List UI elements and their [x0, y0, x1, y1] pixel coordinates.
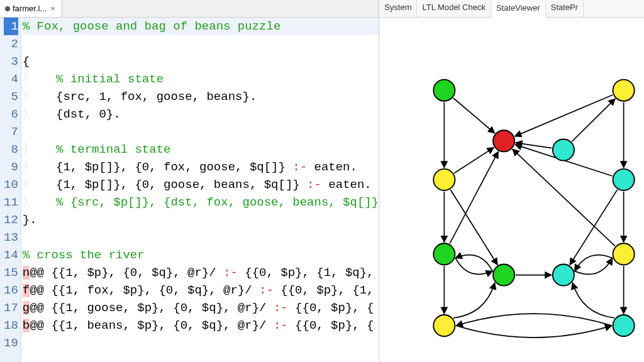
line-number: 9 — [4, 158, 18, 176]
tab-system[interactable]: System — [379, 0, 417, 17]
tab-ltl-model-check[interactable]: LTL Model Check — [417, 0, 491, 17]
graph-node[interactable] — [433, 315, 455, 336]
code-line[interactable]: f@@ {{1, fox, $p}, {0, $q}, @r}/ :- {{0,… — [23, 282, 379, 299]
tab-statepr[interactable]: StatePr — [546, 0, 584, 17]
graph-edge — [456, 326, 611, 337]
line-number: 12 — [4, 211, 18, 229]
line-number: 6 — [4, 106, 18, 123]
line-number: 4 — [4, 70, 18, 88]
graph-edge — [453, 98, 495, 133]
line-number: 17 — [4, 299, 18, 317]
graph-node[interactable] — [613, 315, 635, 336]
line-number: 5 — [4, 88, 18, 106]
right-pane: SystemLTL Model CheckStateViewerStatePr — [379, 0, 644, 362]
line-number: 15 — [4, 264, 18, 282]
code-line[interactable]: b@@ {{1, beans, $p}, {0, $q}, @r}/ :- {{… — [23, 317, 379, 334]
graph-node[interactable] — [613, 243, 635, 265]
graph-edge — [572, 99, 616, 141]
code-line[interactable]: % cross the river — [23, 246, 379, 264]
code-line[interactable]: }. — [23, 211, 379, 229]
graph-edge — [450, 151, 498, 244]
file-tab-bar: farmer.l... × — [0, 0, 379, 18]
code-line[interactable]: 〉 {dst, 0}. — [23, 106, 379, 123]
line-number: 2 — [4, 35, 18, 53]
code-line[interactable]: 〉 {1, $p[]}, {0, fox, goose, $q[]} :- ea… — [23, 158, 379, 176]
line-number: 19 — [4, 334, 18, 352]
file-tab-label: farmer.l... — [13, 4, 47, 13]
graph-edge — [570, 190, 617, 265]
graph-edge — [455, 258, 492, 275]
graph-edge — [513, 149, 615, 246]
graph-node[interactable] — [433, 80, 455, 101]
code-line[interactable]: 〉 % initial state — [23, 70, 379, 88]
line-number: 3 — [4, 53, 18, 70]
line-number: 18 — [4, 317, 18, 334]
line-number: 14 — [4, 246, 18, 264]
line-number: 16 — [4, 282, 18, 299]
code-line[interactable]: 〉 % {src, $p[]}, {dst, fox, goose, beans… — [23, 194, 379, 211]
code-line[interactable]: n@@ {{1, $p}, {0, $q}, @r}/ :- {{0, $p},… — [23, 264, 379, 282]
unsaved-dot-icon — [5, 6, 10, 11]
line-number: 11 — [4, 194, 18, 211]
graph-edge — [455, 255, 492, 272]
line-number: 13 — [4, 229, 18, 246]
graph-edge — [575, 258, 613, 275]
state-graph — [379, 18, 644, 362]
right-tab-bar: SystemLTL Model CheckStateViewerStatePr — [379, 0, 644, 18]
code-line[interactable]: 〉 % terminal state — [23, 141, 379, 158]
state-graph-viewer[interactable] — [379, 18, 644, 362]
graph-node[interactable] — [493, 130, 514, 151]
graph-node[interactable] — [553, 264, 574, 285]
line-number: 10 — [4, 176, 18, 194]
line-number: 8 — [4, 141, 18, 158]
graph-edge — [454, 148, 494, 173]
line-gutter: 12345678910111213141516171819 — [0, 18, 21, 362]
code-line[interactable] — [23, 229, 379, 246]
code-line[interactable] — [23, 123, 379, 141]
code-line[interactable]: % Fox, goose and bag of beans puzzle — [23, 18, 379, 35]
close-icon[interactable]: × — [49, 4, 57, 13]
graph-edge — [573, 283, 615, 318]
tab-stateviewer[interactable]: StateViewer — [491, 1, 546, 18]
code-area[interactable]: % Fox, goose and bag of beans puzzle {〉 … — [21, 18, 379, 362]
graph-edge — [450, 190, 497, 265]
graph-node[interactable] — [613, 169, 635, 190]
graph-node[interactable] — [433, 169, 455, 190]
editor-pane: farmer.l... × 12345678910111213141516171… — [0, 0, 379, 362]
code-line[interactable]: 〉 {1, $p[]}, {0, goose, beans, $q[]} :- … — [23, 176, 379, 194]
code-editor[interactable]: 12345678910111213141516171819 % Fox, goo… — [0, 18, 379, 362]
graph-edge — [575, 255, 613, 272]
code-line[interactable] — [23, 334, 379, 352]
code-line[interactable]: { — [23, 53, 379, 70]
code-line[interactable]: 〉 {src, 1, fox, goose, beans}. — [23, 88, 379, 106]
graph-node[interactable] — [613, 80, 635, 101]
line-number: 7 — [4, 123, 18, 141]
graph-node[interactable] — [493, 264, 514, 285]
code-line[interactable] — [23, 35, 379, 53]
graph-edge — [453, 283, 495, 318]
graph-edge — [516, 143, 552, 148]
line-number: 1 — [4, 18, 18, 35]
code-line[interactable]: g@@ {{1, goose, $p}, {0, $q}, @r}/ :- {{… — [23, 299, 379, 317]
graph-node[interactable] — [433, 243, 455, 265]
graph-node[interactable] — [553, 139, 574, 160]
graph-edge — [456, 314, 611, 326]
file-tab-farmer[interactable]: farmer.l... × — [0, 0, 62, 17]
